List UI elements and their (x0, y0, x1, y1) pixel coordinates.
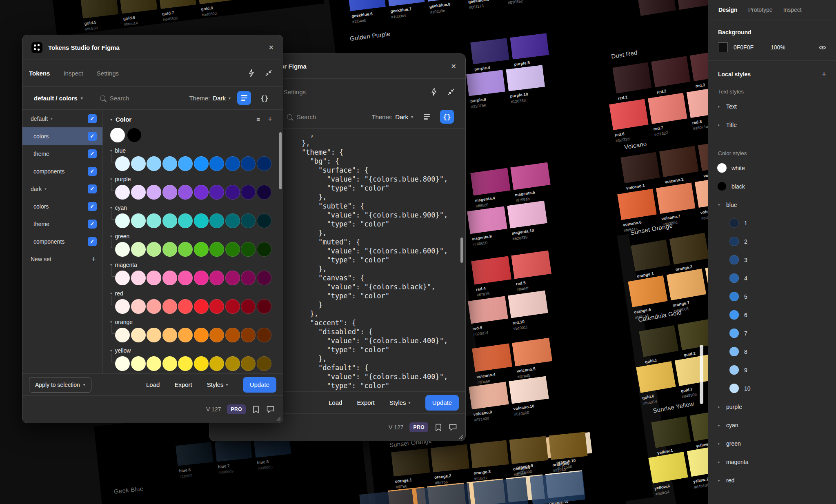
palette-tile-orange.2[interactable] (430, 444, 469, 472)
collapse-icon[interactable] (447, 88, 455, 95)
token-group-header-magenta[interactable]: ▾magenta (110, 260, 283, 270)
palette-tile-geekblue.8[interactable] (424, 0, 464, 2)
token-swatch-purple-10[interactable] (257, 185, 271, 200)
token-swatch-red-3[interactable] (147, 299, 161, 314)
tab-settings[interactable]: Settings (284, 89, 306, 95)
color-style-black[interactable]: black (708, 177, 836, 195)
token-swatch-orange-10[interactable] (257, 328, 271, 342)
token-swatch-magenta-6[interactable] (194, 271, 209, 285)
palette-tile-orange.1[interactable] (631, 240, 671, 271)
token-set-theme[interactable]: theme✓ (22, 145, 102, 162)
load-button[interactable]: Load (146, 381, 160, 388)
palette-tile-red.10[interactable] (508, 290, 548, 318)
token-swatch-cyan-5[interactable] (178, 213, 193, 228)
token-swatch-green-1[interactable] (115, 242, 130, 257)
tab-inspect[interactable]: Inspect (783, 7, 802, 13)
color-style-blue-5[interactable]: 5 (708, 287, 836, 306)
palette-tile-orange.1[interactable] (391, 448, 430, 477)
search-input[interactable]: Search (100, 95, 129, 102)
token-swatch-red-4[interactable] (162, 299, 177, 314)
palette-tile-volcano.9[interactable] (469, 382, 509, 409)
close-icon[interactable]: ✕ (451, 62, 456, 70)
palette-tile-magenta.10[interactable] (507, 200, 547, 228)
search-input[interactable]: Search (287, 113, 316, 120)
token-swatch-yellow-4[interactable] (162, 356, 177, 371)
token-swatch-cyan-7[interactable] (209, 213, 224, 228)
token-swatch-orange-9[interactable] (241, 328, 256, 342)
color-style-blue-2[interactable]: 2 (708, 232, 836, 251)
token-swatch-red-1[interactable] (115, 299, 130, 314)
canvas-scrollbar[interactable] (700, 345, 703, 404)
palette-tile-red.6[interactable] (609, 99, 649, 130)
color-style-magenta[interactable]: ▸magenta (708, 453, 836, 471)
token-swatch-green-8[interactable] (225, 242, 240, 257)
apply-to-selection-button[interactable]: Apply to selection▾ (29, 377, 91, 393)
pro-badge[interactable]: PRO (227, 404, 246, 414)
palette-tile-orange.7[interactable] (667, 269, 707, 300)
tab-design[interactable]: Design (718, 7, 738, 13)
update-button[interactable]: Update (425, 395, 459, 411)
token-group-header-blue[interactable]: ▾blue (110, 146, 283, 155)
token-swatch-orange-6[interactable] (194, 328, 209, 342)
color-style-cyan[interactable]: ▸cyan (708, 416, 836, 434)
palette-tile-red.1[interactable] (612, 62, 652, 93)
token-swatch-yellow-5[interactable] (178, 356, 193, 371)
text-style-text[interactable]: ▸Text (708, 97, 836, 115)
token-swatch-magenta-1[interactable] (115, 271, 130, 285)
tab-prototype[interactable]: Prototype (748, 7, 773, 13)
token-swatch-purple-8[interactable] (225, 185, 240, 200)
resize-handle[interactable] (275, 415, 281, 421)
token-set-checkbox[interactable]: ✓ (88, 132, 97, 141)
token-group-header-green[interactable]: ▾green (110, 231, 283, 241)
list-layout-icon[interactable]: ≡ (256, 116, 260, 123)
token-swatch-green-5[interactable] (178, 242, 193, 257)
token-swatch-red-8[interactable] (225, 299, 240, 314)
palette-tile-orange.5[interactable] (549, 432, 588, 460)
token-swatch-purple-5[interactable] (178, 185, 193, 200)
token-swatch-cyan-3[interactable] (147, 213, 161, 228)
token-swatch-yellow-2[interactable] (131, 356, 146, 371)
token-set-checkbox[interactable]: ✓ (88, 114, 97, 123)
palette-tile-gold.5[interactable] (80, 0, 118, 19)
docs-icon[interactable] (434, 423, 442, 432)
palette-tile-orange.4[interactable] (509, 436, 548, 464)
palette-tile-geekblue.6[interactable] (346, 0, 386, 11)
token-swatch-purple-9[interactable] (241, 185, 256, 200)
token-swatch-green-9[interactable] (241, 242, 256, 257)
token-swatch-orange-8[interactable] (225, 328, 240, 342)
palette-tile-red.2[interactable] (651, 56, 691, 87)
palette-tile-purple.10[interactable] (506, 65, 545, 91)
palette-tile-yellow.1[interactable] (651, 416, 691, 448)
token-swatch-magenta-5[interactable] (178, 271, 193, 285)
token-set-components[interactable]: components✓ (22, 233, 102, 250)
token-swatch-magenta-2[interactable] (131, 271, 146, 285)
token-swatch-blue-6[interactable] (194, 156, 209, 171)
token-set-checkbox[interactable]: ✓ (88, 184, 97, 193)
background-opacity[interactable]: 100% (771, 44, 785, 51)
token-set-colors[interactable]: colors✓ (22, 198, 102, 215)
token-swatch-blue-10[interactable] (257, 156, 271, 171)
window-titlebar[interactable]: Tokens Studio for Figma ✕ (22, 35, 283, 60)
palette-tile-purple.4[interactable] (470, 38, 509, 64)
palette-tile-blue.7[interactable] (214, 438, 252, 462)
token-swatch-cyan-10[interactable] (257, 213, 271, 228)
lightning-icon[interactable] (249, 69, 254, 77)
feedback-icon[interactable] (266, 405, 275, 413)
palette-tile[interactable] (637, 0, 676, 16)
palette-tile-volcano.6[interactable] (617, 189, 657, 220)
palette-tile-purple.5[interactable] (510, 33, 549, 60)
palette-tile-red.5[interactable] (511, 250, 551, 279)
list-view-button[interactable] (420, 110, 434, 124)
token-set-checkbox[interactable]: ✓ (88, 149, 97, 158)
collapse-icon[interactable] (265, 69, 272, 77)
export-button[interactable]: Export (174, 381, 192, 388)
background-color-swatch[interactable] (718, 42, 728, 52)
token-set-default[interactable]: default▾✓ (22, 110, 102, 127)
code-scrollbar[interactable] (460, 238, 463, 263)
color-style-green[interactable]: ▸green (708, 434, 836, 453)
token-swatch-yellow-3[interactable] (147, 356, 161, 371)
token-swatch-orange-1[interactable] (115, 328, 130, 342)
color-style-blue-3[interactable]: 3 (708, 251, 836, 269)
tab-inspect[interactable]: Inspect (63, 70, 83, 77)
styles-button[interactable]: Styles▾ (389, 399, 411, 406)
